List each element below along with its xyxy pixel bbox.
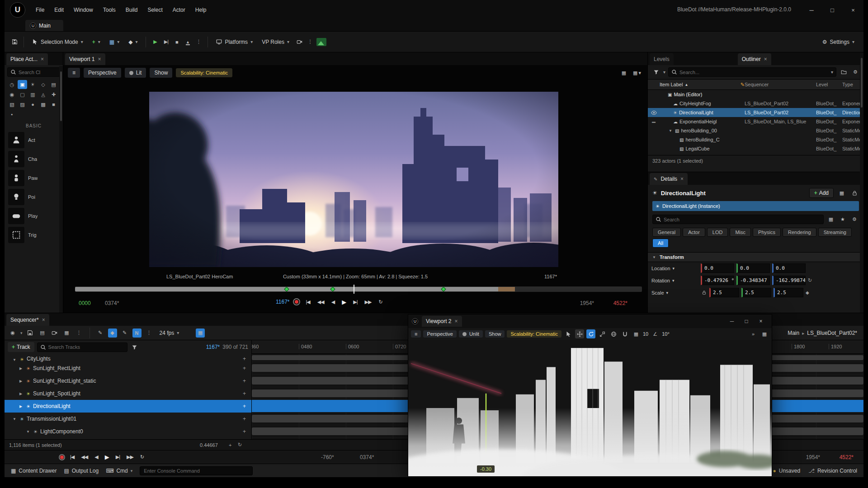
geometry-icon[interactable]: ▢ [18, 90, 27, 99]
save-sequence-icon[interactable] [26, 328, 35, 338]
close-button[interactable] [754, 315, 768, 328]
add-section-icon[interactable] [243, 390, 246, 397]
create-camera-icon[interactable] [50, 328, 59, 338]
add-section-icon[interactable] [243, 403, 246, 409]
location-y-field[interactable]: 0.0 [736, 263, 770, 273]
record-button[interactable] [59, 454, 65, 460]
details-scrollbar[interactable] [860, 52, 863, 313]
menu-help[interactable]: Help [190, 5, 212, 15]
play-options-kebab[interactable] [194, 38, 203, 47]
cinematics-dropdown[interactable] [125, 36, 141, 48]
add-section-icon[interactable] [243, 356, 246, 362]
settings-dropdown[interactable]: Settings [819, 36, 858, 48]
step-back-button[interactable] [330, 299, 336, 305]
add-section-icon[interactable] [243, 428, 246, 435]
save-icon[interactable] [10, 38, 19, 47]
close-icon[interactable] [680, 176, 684, 182]
to-front-button[interactable] [304, 299, 311, 305]
track-row[interactable]: ▶ SunLight_RectLight_static [5, 375, 251, 387]
rotation-snap-icon[interactable]: ∠ [651, 329, 660, 338]
scale-lock-button[interactable] [701, 290, 707, 296]
minimize-button[interactable] [725, 315, 739, 328]
play-forward-button[interactable] [103, 454, 111, 460]
console-input[interactable] [144, 468, 249, 474]
place-scrollbar[interactable] [59, 66, 63, 313]
volumes-icon[interactable]: ▥ [28, 90, 38, 99]
chevron-down-icon[interactable] [663, 70, 665, 75]
record-button[interactable] [293, 298, 300, 305]
track-row[interactable]: ▶ SunLight_RectLight [5, 362, 251, 375]
track-row[interactable]: ▼ CityLights [5, 354, 251, 362]
camera-button[interactable] [295, 38, 304, 47]
new-folder-button[interactable] [839, 68, 848, 77]
favorites-icon[interactable] [838, 215, 847, 224]
tab-sequencer[interactable]: Sequencer* [6, 314, 49, 326]
add-section-icon[interactable] [243, 365, 246, 371]
track-search-input[interactable] [48, 344, 124, 350]
minimize-button[interactable] [801, 0, 822, 20]
track-row[interactable]: ▶ SunLight_SpotLight [5, 387, 251, 400]
filter-general[interactable]: General [652, 228, 681, 237]
expander-icon[interactable]: ▶ [18, 379, 24, 383]
table-row-selected[interactable]: DirectionalLight LS_BlueDot_Part02BlueDo… [648, 108, 863, 117]
transform-section-header[interactable]: ▼ Transform [648, 252, 863, 262]
add-track-button[interactable]: Track [8, 342, 34, 352]
table-row[interactable]: ▼▧heroBuilding_00 BlueDot_StaticMe [648, 126, 863, 135]
cycle-icon[interactable] [238, 442, 242, 448]
filter-streaming[interactable]: Streaming [818, 228, 852, 237]
breadcrumb-current[interactable]: LS_BlueDot_Part02* [807, 330, 857, 336]
tab-main-level[interactable]: U Main [25, 20, 63, 31]
table-row[interactable]: ▧heroBuilding_C BlueDot_StaticMe [648, 135, 863, 144]
scalability-badge[interactable]: Scalability: Cinematic [176, 68, 232, 77]
more-options-icon[interactable] [145, 328, 154, 338]
misc-icon[interactable]: ✚ [49, 90, 58, 99]
component-options-icon[interactable] [837, 188, 846, 197]
menu-actor[interactable]: Actor [168, 5, 190, 15]
tab-viewport2[interactable]: Viewport 2 [422, 316, 462, 327]
add-key-icon[interactable] [229, 442, 231, 448]
table-row[interactable]: ▧LegalCube BlueDot_StaticMe [648, 144, 863, 153]
table-row[interactable]: CityHeightFog LS_BlueDot_Part02BlueDot_E… [648, 99, 863, 108]
rotation-y-field[interactable]: -0.348347 ° [736, 276, 770, 285]
menu-tools[interactable]: Tools [98, 5, 121, 15]
selection-mode-dropdown[interactable]: Selection Mode [28, 36, 87, 48]
close-button[interactable] [843, 0, 863, 20]
place-item-player-start[interactable]: Play [5, 206, 63, 225]
category-icon[interactable]: ▪ [7, 110, 17, 119]
more-tools-button[interactable]: » [749, 329, 758, 338]
close-icon[interactable] [764, 56, 767, 62]
details-search-input[interactable] [664, 217, 821, 222]
col-level[interactable]: Level [816, 82, 842, 87]
reset-rotation-icon[interactable] [808, 277, 812, 283]
scalability-badge[interactable]: Scalability: Cinematic [507, 330, 561, 338]
select-tool-button[interactable] [564, 329, 573, 338]
playhead[interactable] [354, 285, 354, 294]
expander-icon[interactable]: ▼ [12, 417, 17, 421]
world-space-button[interactable] [609, 329, 618, 338]
track-filter-button[interactable] [130, 343, 139, 352]
scale-x-field[interactable]: 2.5 [709, 288, 739, 297]
surface-snap-button[interactable] [620, 329, 629, 338]
to-front-button[interactable] [68, 454, 76, 460]
filter-all[interactable]: All [652, 239, 669, 248]
keyframe-icon[interactable] [806, 290, 809, 295]
loop-button[interactable] [138, 454, 146, 460]
maximize-button[interactable] [739, 315, 754, 328]
filter-button[interactable] [651, 68, 660, 77]
visibility-toggle[interactable] [648, 110, 660, 116]
play-forward-button[interactable] [340, 299, 348, 305]
grid-snap-icon[interactable] [632, 329, 641, 338]
breadcrumb-root[interactable]: Main [788, 330, 799, 336]
outliner-search-input[interactable] [679, 70, 829, 75]
location-dropdown[interactable]: Location [651, 266, 698, 271]
layout-dropdown[interactable] [631, 68, 643, 77]
recent-icon[interactable]: ◷ [7, 80, 17, 89]
keyframe-options-icon[interactable] [108, 328, 117, 338]
camera-cuts-scrubber[interactable] [75, 286, 642, 292]
viewport1[interactable]: Perspective Lit Show Scalability: Cinema… [63, 65, 647, 313]
jump-back-button[interactable] [316, 299, 326, 305]
revision-control-button[interactable]: ⎇ Revision Control [808, 468, 857, 474]
expander-icon[interactable]: ▶ [18, 404, 24, 408]
loop-button[interactable] [377, 299, 384, 305]
thumbnail-capture-icon[interactable] [316, 38, 326, 46]
